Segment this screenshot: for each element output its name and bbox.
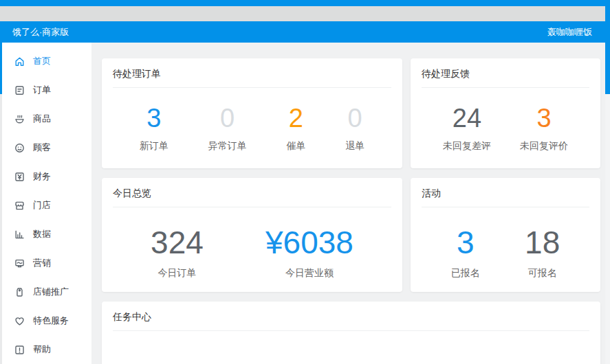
order-icon bbox=[14, 84, 25, 96]
sidebar-item-label: 商品 bbox=[33, 113, 51, 125]
stat-value: 18 bbox=[525, 227, 560, 258]
page-scrollbar-thumb[interactable] bbox=[605, 0, 610, 94]
card-title: 活动 bbox=[411, 178, 600, 207]
marketing-icon bbox=[14, 258, 25, 269]
card-row-3: 任务中心 bbox=[102, 302, 600, 364]
activities-card: 活动 3 已报名 18 可报名 bbox=[411, 178, 600, 292]
card-title: 待处理反馈 bbox=[411, 58, 600, 87]
card-row-2: 今日总览 324 今日订单 ¥6038 今日营业额 活动 bbox=[102, 178, 600, 292]
goods-icon bbox=[14, 113, 25, 125]
pending-feedback-card: 待处理反馈 24 未回复差评 3 未回复评价 bbox=[411, 58, 600, 168]
sidebar-item-label: 数据 bbox=[33, 228, 51, 240]
pending-orders-card: 待处理订单 3 新订单 0 异常订单 2 催单 bbox=[102, 58, 402, 168]
sidebar-item-orders[interactable]: 订单 bbox=[0, 76, 91, 104]
sidebar-item-data[interactable]: 数据 bbox=[0, 220, 91, 249]
stat-value: 3 bbox=[140, 105, 168, 131]
sidebar-item-marketing[interactable]: 营销 bbox=[0, 249, 91, 277]
stat-available-activities[interactable]: 18 可报名 bbox=[525, 227, 560, 280]
help-icon bbox=[14, 344, 25, 356]
card-title: 任务中心 bbox=[102, 302, 600, 330]
stat-value: ¥6038 bbox=[265, 227, 353, 258]
stat-value: 24 bbox=[443, 105, 491, 131]
stat-new-orders[interactable]: 3 新订单 bbox=[140, 105, 168, 152]
brand-title: 饿了么·商家版 bbox=[12, 26, 69, 38]
card-title: 待处理订单 bbox=[102, 58, 402, 87]
stat-unreplied-reviews[interactable]: 3 未回复评价 bbox=[520, 105, 568, 152]
sidebar-item-label: 帮助 bbox=[33, 343, 51, 356]
pending-orders-stats: 3 新订单 0 异常订单 2 催单 0 退单 bbox=[102, 88, 402, 152]
top-blue-strip bbox=[0, 0, 610, 6]
main-layout: 首页 订单 商品 bbox=[0, 43, 610, 364]
stat-value: 0 bbox=[208, 105, 247, 131]
home-icon bbox=[14, 56, 25, 67]
stat-label: 今日订单 bbox=[151, 267, 204, 280]
activities-stats: 3 已报名 18 可报名 bbox=[411, 207, 600, 280]
sidebar-item-label: 财务 bbox=[33, 170, 51, 183]
dashboard-content: 待处理订单 3 新订单 0 异常订单 2 催单 bbox=[91, 43, 610, 364]
stat-today-orders[interactable]: 324 今日订单 bbox=[151, 227, 204, 280]
stat-label: 未回复差评 bbox=[443, 140, 491, 152]
data-icon bbox=[14, 229, 25, 240]
stat-value: 2 bbox=[286, 105, 305, 131]
stat-value: 3 bbox=[451, 227, 480, 258]
sidebar-item-label: 特色服务 bbox=[33, 315, 69, 327]
stat-label: 催单 bbox=[286, 140, 305, 152]
stat-value: 3 bbox=[520, 105, 568, 131]
today-overview-card: 今日总览 324 今日订单 ¥6038 今日营业额 bbox=[102, 178, 402, 292]
sidebar-item-goods[interactable]: 商品 bbox=[0, 104, 91, 133]
store-name[interactable]: 轰咖咖喱饭 bbox=[547, 26, 592, 38]
stat-value: 0 bbox=[345, 105, 364, 131]
stat-value: 324 bbox=[151, 227, 204, 258]
card-row-1: 待处理订单 3 新订单 0 异常订单 2 催单 bbox=[102, 58, 600, 168]
app-header: 饿了么·商家版 轰咖咖喱饭 bbox=[0, 21, 610, 43]
stat-label: 异常订单 bbox=[208, 140, 247, 152]
sidebar-item-label: 营销 bbox=[33, 257, 51, 269]
sidebar-item-home[interactable]: 首页 bbox=[0, 47, 91, 76]
stat-label: 未回复评价 bbox=[520, 140, 568, 152]
store-icon bbox=[14, 200, 25, 212]
sidebar-item-featured[interactable]: 特色服务 bbox=[0, 306, 91, 335]
sidebar-item-help[interactable]: 帮助 bbox=[0, 335, 91, 364]
sidebar-item-customers[interactable]: 顾客 bbox=[0, 133, 91, 162]
sidebar-item-label: 订单 bbox=[33, 84, 51, 96]
card-title: 今日总览 bbox=[102, 178, 402, 207]
sidebar-scrollbar-thumb[interactable] bbox=[0, 43, 2, 94]
sidebar-item-label: 店铺推广 bbox=[33, 286, 69, 298]
sidebar-item-label: 顾客 bbox=[33, 141, 51, 154]
sidebar-item-finance[interactable]: 财务 bbox=[0, 162, 91, 191]
stat-label: 今日营业额 bbox=[265, 267, 353, 280]
stat-label: 新订单 bbox=[140, 140, 168, 152]
featured-icon bbox=[14, 315, 25, 327]
stat-refund-orders[interactable]: 0 退单 bbox=[345, 105, 364, 152]
browser-chrome-bar bbox=[0, 6, 610, 21]
stat-label: 退单 bbox=[345, 140, 364, 152]
sidebar-item-promotion[interactable]: 店铺推广 bbox=[0, 277, 91, 306]
stat-label: 可报名 bbox=[525, 267, 560, 280]
pending-feedback-stats: 24 未回复差评 3 未回复评价 bbox=[411, 88, 600, 152]
stat-label: 已报名 bbox=[451, 267, 480, 280]
sidebar: 首页 订单 商品 bbox=[0, 43, 91, 364]
stat-enrolled-activities[interactable]: 3 已报名 bbox=[451, 227, 480, 280]
stat-unreplied-bad-reviews[interactable]: 24 未回复差评 bbox=[443, 105, 491, 152]
stat-urge-orders[interactable]: 2 催单 bbox=[286, 105, 305, 152]
task-center-card: 任务中心 bbox=[102, 302, 600, 364]
customer-icon bbox=[14, 142, 25, 154]
finance-icon bbox=[14, 171, 25, 183]
sidebar-item-stores[interactable]: 门店 bbox=[0, 191, 91, 220]
stat-today-revenue[interactable]: ¥6038 今日营业额 bbox=[265, 227, 353, 280]
today-overview-stats: 324 今日订单 ¥6038 今日营业额 bbox=[102, 207, 402, 280]
sidebar-item-label: 门店 bbox=[33, 199, 51, 212]
sidebar-item-label: 首页 bbox=[33, 55, 51, 67]
promotion-icon bbox=[14, 286, 25, 298]
stat-abnormal-orders[interactable]: 0 异常订单 bbox=[208, 105, 247, 152]
card-divider bbox=[113, 330, 589, 331]
